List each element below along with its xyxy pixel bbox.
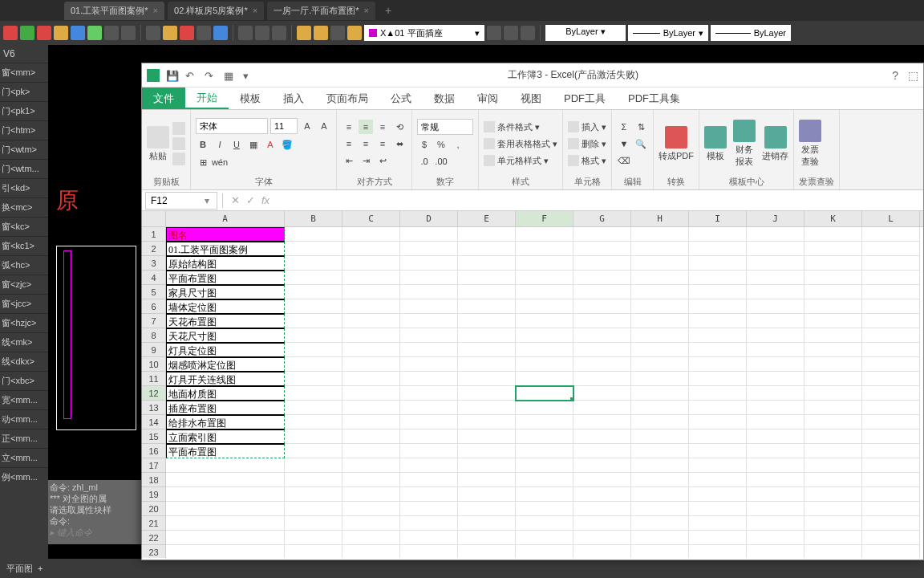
currency-icon[interactable]: $	[417, 137, 432, 152]
tool-icon[interactable]	[146, 26, 160, 40]
cell[interactable]	[400, 227, 458, 242]
cell[interactable]	[804, 372, 862, 386]
tab-review[interactable]: 审阅	[466, 88, 509, 109]
cell[interactable]	[689, 328, 747, 343]
cell[interactable]	[342, 487, 400, 502]
palette-item[interactable]: 窗<mm>	[0, 63, 48, 82]
palette-item[interactable]: 窗<zjc>	[0, 275, 48, 294]
palette-item[interactable]: 窗<jcc>	[0, 294, 48, 313]
cell[interactable]	[342, 328, 400, 343]
cell[interactable]	[631, 545, 689, 558]
cell[interactable]	[285, 299, 342, 314]
tab-file[interactable]: 文件	[142, 88, 185, 109]
tab-formula[interactable]: 公式	[379, 88, 423, 109]
merge-icon[interactable]: ⬌	[392, 136, 407, 151]
cell[interactable]	[342, 372, 400, 386]
tool-icon[interactable]	[255, 26, 270, 40]
cell[interactable]	[573, 314, 631, 328]
save-icon[interactable]: 💾	[166, 70, 177, 81]
cell[interactable]	[631, 487, 689, 502]
cell[interactable]	[458, 343, 516, 357]
cell[interactable]	[689, 386, 747, 401]
cell[interactable]	[862, 314, 920, 328]
cell[interactable]	[573, 386, 631, 401]
cell[interactable]	[516, 516, 573, 531]
cut-icon[interactable]	[172, 122, 185, 135]
cell[interactable]	[285, 401, 342, 415]
row-header[interactable]: 2	[142, 242, 166, 256]
command-input[interactable]: ▸ 键入命令	[50, 527, 143, 538]
column-header[interactable]: I	[689, 211, 747, 226]
column-header[interactable]: G	[573, 211, 631, 226]
color-bylayer-dropdown[interactable]: ByLayer ▾	[545, 25, 626, 41]
cell-styles-button[interactable]: 单元格样式 ▾	[484, 155, 557, 167]
italic-button[interactable]: I	[213, 137, 227, 152]
cell[interactable]	[285, 386, 342, 401]
cell[interactable]	[458, 372, 516, 386]
cancel-icon[interactable]: ✕	[231, 194, 240, 206]
cell[interactable]	[804, 271, 862, 285]
cell[interactable]	[573, 487, 631, 502]
lineweight-dropdown[interactable]: ByLayer	[711, 25, 791, 41]
cell[interactable]	[400, 458, 458, 473]
cell[interactable]	[458, 516, 516, 531]
tool-icon[interactable]	[71, 26, 85, 40]
tool-icon[interactable]	[20, 26, 34, 40]
cell[interactable]: 原始结构图	[166, 256, 285, 271]
cell[interactable]	[804, 328, 862, 343]
linetype-dropdown[interactable]: ByLayer ▾	[628, 25, 708, 41]
cell[interactable]	[166, 516, 285, 531]
palette-item[interactable]: 弧<hc>	[0, 255, 48, 275]
indent-dec-icon[interactable]: ⇤	[342, 153, 356, 168]
cell[interactable]	[747, 444, 804, 458]
cell[interactable]	[400, 256, 458, 271]
cell[interactable]	[747, 516, 804, 531]
tab-layout[interactable]: 页面布局	[315, 88, 379, 109]
tool-icon[interactable]	[487, 26, 501, 40]
column-header[interactable]: J	[747, 211, 804, 226]
tab-insert[interactable]: 插入	[272, 88, 315, 109]
cell[interactable]	[285, 328, 342, 343]
row-header[interactable]: 10	[142, 357, 166, 372]
cell[interactable]	[804, 415, 862, 429]
cell[interactable]	[689, 545, 747, 558]
invoice-button[interactable]: 发票 查验	[799, 120, 821, 168]
font-size-input[interactable]	[270, 118, 298, 134]
cell[interactable]	[573, 415, 631, 429]
column-header[interactable]: D	[400, 211, 458, 226]
cell[interactable]	[342, 357, 400, 372]
cell[interactable]	[516, 256, 573, 271]
cell[interactable]	[689, 372, 747, 386]
tool-icon[interactable]	[213, 26, 228, 40]
lock-icon[interactable]	[347, 26, 362, 40]
cell[interactable]	[516, 271, 573, 285]
indent-inc-icon[interactable]: ⇥	[359, 153, 373, 168]
align-left-icon[interactable]: ≡	[342, 136, 356, 151]
wrap-text-icon[interactable]: ↩	[375, 153, 390, 168]
cell[interactable]	[631, 516, 689, 531]
cell[interactable]	[747, 357, 804, 372]
autosum-icon[interactable]: Σ	[617, 120, 631, 134]
orientation-icon[interactable]: ⟲	[392, 120, 407, 134]
palette-item[interactable]: 动<mm...	[0, 409, 48, 429]
cell[interactable]	[689, 271, 747, 285]
column-header[interactable]: H	[631, 211, 689, 226]
cell[interactable]	[573, 516, 631, 531]
cell[interactable]	[804, 444, 862, 458]
cell[interactable]	[689, 444, 747, 458]
cell[interactable]	[516, 429, 573, 444]
cell[interactable]: 烟感喷淋定位图	[166, 357, 285, 372]
cell[interactable]	[516, 502, 573, 516]
column-header[interactable]: B	[285, 211, 342, 226]
cell[interactable]: 家具尺寸图	[166, 285, 285, 299]
cell[interactable]	[400, 314, 458, 328]
cell[interactable]	[573, 271, 631, 285]
close-icon[interactable]: ×	[153, 6, 158, 15]
cell[interactable]	[342, 401, 400, 415]
palette-item[interactable]: 线<mk>	[0, 332, 48, 352]
cad-tab-1[interactable]: 01.工装平面图案例*×	[64, 2, 164, 20]
cell[interactable]	[573, 285, 631, 299]
cell[interactable]	[285, 545, 342, 558]
align-right-icon[interactable]: ≡	[375, 136, 390, 151]
cell[interactable]	[342, 299, 400, 314]
